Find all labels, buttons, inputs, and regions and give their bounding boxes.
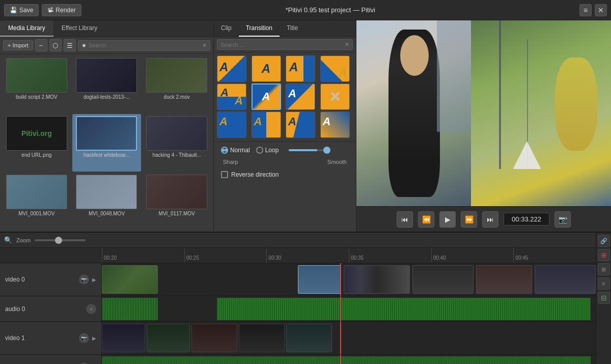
video-clip[interactable] [535,265,596,294]
reverse-direction-row[interactable]: Reverse direction [221,171,349,178]
media-thumbnail [6,175,67,209]
tab-title[interactable]: Title [280,20,305,37]
transition-item[interactable]: A [252,83,281,110]
media-thumbnail [76,116,137,151]
transition-item[interactable]: A [320,55,350,82]
snap-icon[interactable]: 🔗 [598,235,610,247]
video-clip[interactable] [191,324,237,352]
ruler-mark: 00:40 [431,248,514,263]
track-content-audio0[interactable] [102,296,596,321]
transition-item[interactable]: A A [217,83,246,110]
track-name: video 1 [5,334,25,342]
normal-radio[interactable]: Normal [221,147,250,154]
media-thumbnail [146,175,207,209]
media-item-label: MVI_0048.MOV [89,211,125,216]
video-clip[interactable] [102,324,145,352]
transition-item[interactable]: A [252,111,281,138]
track-expand-arrow[interactable]: ▶ [92,277,96,283]
audio-clip[interactable] [102,356,591,364]
list-item[interactable]: MVI_0001.MOV [2,173,71,230]
reverse-label: Reverse direction [231,171,279,178]
track-content-video0[interactable] [102,263,596,296]
video-clip[interactable] [102,265,158,294]
transition-search-input[interactable] [220,42,343,48]
zoom-thumb[interactable] [55,237,62,244]
tab-transition[interactable]: Transition [239,20,280,37]
render-button[interactable]: 📽 Render [42,4,81,16]
fast-forward-button[interactable]: ⏩ [461,211,477,228]
transition-search-box[interactable]: ✕ [217,39,353,50]
list-view-button[interactable]: ☰ [64,39,76,51]
tab-media-library[interactable]: Media Library [0,20,53,37]
transition-item[interactable]: A [286,83,315,110]
tab-effect-library[interactable]: Effect Library [53,20,105,37]
audio-clip[interactable] [217,298,591,320]
transition-item[interactable]: A [286,55,315,82]
video-clip[interactable] [412,265,474,294]
list-item[interactable]: build script 2.MOV [2,56,71,113]
list-item[interactable]: dogtail-tests-2013-... [72,56,142,113]
list-item[interactable]: hackfest whiteboar... [72,114,142,171]
loop-radio[interactable]: Loop [256,147,279,154]
zoom-slider[interactable] [35,239,86,241]
import-button[interactable]: + Import [3,40,33,50]
loop-label: Loop [265,147,279,154]
reverse-checkbox[interactable] [221,171,228,178]
sharpness-slider-thumb[interactable] [323,147,330,154]
transition-item[interactable]: A [252,55,281,82]
loop-radio-dot [256,147,263,154]
video-clip[interactable] [344,265,410,294]
settings-icon[interactable]: ≡ [598,277,610,290]
clear-search-icon[interactable]: ✕ [202,42,207,49]
media-thumbnail [76,58,137,93]
skip-forward-button[interactable]: ⏭ [482,211,498,228]
list-item[interactable]: MVI_0048.MOV [72,173,142,230]
play-button[interactable]: ▶ [439,211,456,228]
grid-icon[interactable]: ⊞ [598,263,610,275]
video-clip-selected[interactable] [298,265,341,294]
clear-transition-search-icon[interactable]: ✕ [345,41,349,48]
save-button[interactable]: 💾 Save [4,4,39,16]
tab-clip[interactable]: Clip [214,20,239,37]
track-camera-icon: 📷 [79,274,89,285]
clip-properties-button[interactable]: ⬡ [49,39,62,51]
transition-panel: Clip Transition Title ✕ A [214,20,356,232]
remove-button[interactable]: − [35,39,47,51]
screenshot-button[interactable]: 📷 [554,211,571,228]
collapse-icon[interactable]: ⊟ [598,292,610,304]
video-clip[interactable] [286,324,332,352]
save-icon: 💾 [10,7,17,14]
video-clip[interactable] [147,324,190,352]
media-search-box[interactable]: ★ ✕ [78,40,210,51]
rewind-button[interactable]: ⏪ [418,211,434,228]
list-item[interactable]: hacking 4 - Thibault... [142,114,211,171]
transition-item[interactable]: ✕ [320,83,350,110]
video-clip[interactable] [476,265,532,294]
media-library-panel: Media Library Effect Library + Import − … [0,20,214,232]
transition-item[interactable]: A [217,111,246,138]
close-button[interactable]: ✕ [595,4,607,16]
ruler-mark: 00:25 [184,248,267,263]
sharpness-slider-track[interactable] [289,149,329,151]
media-search-input[interactable] [89,42,200,48]
menu-button[interactable]: ≡ [579,4,592,16]
transition-item[interactable]: A [286,111,315,138]
audio-clip[interactable] [102,298,158,320]
timeline: 🔍 Zoom 00:20 00:25 00:30 00:35 00:40 00:… [0,232,611,364]
track-expand-arrow[interactable]: ▶ [92,335,96,341]
list-item[interactable]: MVI_0117.MOV [142,173,211,230]
video-clip[interactable] [239,324,285,352]
track-content-video1[interactable] [102,322,596,354]
add-effect-icon[interactable]: ⊕ [598,249,610,261]
track-row: audio 0 ♪ [0,296,596,322]
transition-item[interactable]: A [320,111,350,138]
sharp-smooth-labels: Sharp Smooth [221,159,349,165]
track-content-audio2[interactable] [102,355,596,364]
list-item[interactable]: duck 2.mov [142,56,211,113]
skip-back-button[interactable]: ⏮ [397,211,413,228]
list-item[interactable]: Pitivi.org end URL.png [2,114,71,171]
media-item-label: build script 2.MOV [16,94,58,100]
track-label-audio0: audio 0 ♪ [0,296,102,321]
transition-item[interactable]: A [217,55,246,82]
preview-frame-left [356,20,471,206]
